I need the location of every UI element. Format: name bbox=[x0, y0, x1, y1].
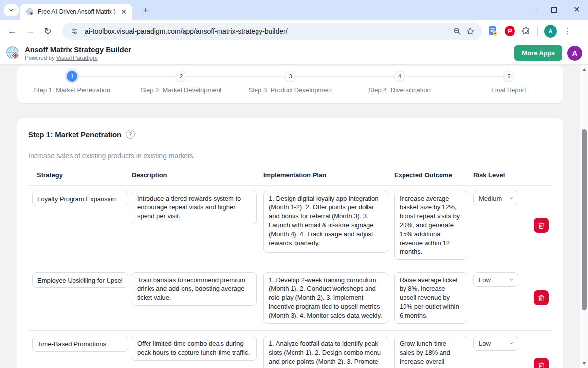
browser-titlebar: Free AI-Driven Ansoff Matrix St ✕ + ✕ bbox=[0, 0, 588, 20]
expected-outcome-textarea[interactable]: Raise average ticket by 8%, increase ups… bbox=[394, 272, 467, 324]
column-header-implementation-plan: Implementation Plan bbox=[263, 171, 394, 179]
browser-profile-avatar[interactable]: A bbox=[544, 25, 557, 38]
window-minimize-button[interactable] bbox=[520, 0, 543, 20]
trash-icon bbox=[538, 362, 545, 368]
implementation-plan-textarea[interactable]: 1. Develop 2-week training curriculum (M… bbox=[263, 272, 388, 324]
app-logo bbox=[6, 46, 20, 60]
trash-icon bbox=[538, 294, 545, 302]
section-title: Step 1: Market Penetration bbox=[28, 130, 121, 139]
column-header-expected-outcome: Expected Outcome bbox=[394, 171, 473, 179]
step1-card: Step 1: Market Penetration ? Increase sa… bbox=[17, 118, 563, 368]
pinterest-extension-icon[interactable]: P bbox=[505, 26, 515, 36]
description-textarea[interactable]: Offer limited-time combo deals during pe… bbox=[132, 336, 257, 361]
page-title: Ansoff Matrix Strategy Builder bbox=[25, 45, 131, 54]
strategy-input[interactable] bbox=[32, 272, 128, 288]
stepper-step-4[interactable]: 4 Step 4: Diversification bbox=[345, 71, 454, 94]
stepper-step-2[interactable]: 2 Step 2: Market Development bbox=[126, 71, 235, 94]
strategy-input[interactable] bbox=[32, 336, 128, 352]
site-settings-icon[interactable] bbox=[68, 25, 81, 38]
page-scrollbar[interactable] bbox=[580, 65, 588, 368]
description-textarea[interactable]: Train baristas to recommend premium drin… bbox=[132, 272, 257, 306]
browser-toolbar: ← → ↻ ai-toolbox.visual-paradigm.com/app… bbox=[0, 20, 588, 42]
section-subtitle: Increase sales of existing products in e… bbox=[28, 152, 552, 160]
toolbar-divider bbox=[537, 27, 538, 36]
stepper-step-5[interactable]: 5 Final Report bbox=[454, 71, 563, 94]
delete-row-button[interactable] bbox=[534, 218, 549, 233]
tab-title: Free AI-Driven Ansoff Matrix St bbox=[38, 8, 115, 15]
step-circle-4: 4 bbox=[394, 71, 405, 82]
close-icon: ✕ bbox=[573, 6, 580, 14]
scrollbar-up-arrow[interactable] bbox=[580, 66, 588, 74]
chevron-down-icon bbox=[8, 7, 14, 13]
window-maximize-button[interactable] bbox=[543, 0, 565, 20]
step-circle-2: 2 bbox=[176, 71, 186, 82]
table-row: Offer limited-time combo deals during pe… bbox=[28, 331, 552, 368]
step-circle-1: 1 bbox=[67, 71, 77, 82]
expected-outcome-textarea[interactable]: Increase average basket size by 12%, boo… bbox=[394, 191, 467, 260]
powered-by: Powered by Visual Paradigm bbox=[25, 55, 131, 61]
implementation-plan-textarea[interactable]: 1. Analyze footfall data to identify pea… bbox=[263, 336, 388, 368]
delete-row-button[interactable] bbox=[534, 290, 549, 305]
minimize-icon bbox=[528, 10, 534, 10]
address-bar[interactable]: ai-toolbox.visual-paradigm.com/app/ansof… bbox=[62, 23, 482, 40]
step-circle-3: 3 bbox=[285, 71, 295, 82]
strategy-input[interactable] bbox=[32, 191, 128, 206]
extensions-puzzle-icon[interactable] bbox=[521, 26, 531, 36]
table-header: Strategy Description Implementation Plan… bbox=[28, 171, 552, 186]
window-close-button[interactable]: ✕ bbox=[565, 0, 588, 20]
page-content: 1 Step 1: Market Penetration 2 Step 2: M… bbox=[0, 65, 588, 368]
scrollbar-thumb[interactable] bbox=[582, 129, 587, 310]
column-header-strategy: Strategy bbox=[28, 171, 132, 179]
chevron-down-icon bbox=[509, 277, 514, 282]
implementation-plan-textarea[interactable]: 1. Design digital loyalty app integratio… bbox=[263, 191, 388, 253]
zoom-out-icon[interactable] bbox=[451, 25, 464, 38]
user-avatar[interactable]: A bbox=[567, 46, 582, 61]
trash-icon bbox=[538, 222, 545, 229]
table-row: Introduce a tiered rewards system to enc… bbox=[28, 186, 552, 267]
risk-level-select[interactable]: Medium bbox=[473, 191, 518, 205]
risk-level-select[interactable]: Low bbox=[473, 272, 518, 287]
tab-search-button[interactable] bbox=[4, 4, 19, 16]
chevron-down-icon bbox=[509, 196, 514, 201]
chevron-down-icon bbox=[509, 341, 514, 346]
forward-button[interactable]: → bbox=[23, 24, 37, 39]
bookmark-star-icon[interactable] bbox=[464, 25, 477, 38]
maximize-icon bbox=[551, 7, 557, 13]
description-textarea[interactable]: Introduce a tiered rewards system to enc… bbox=[132, 191, 257, 224]
browser-menu-icon[interactable]: ⋮ bbox=[563, 27, 572, 36]
step-circle-5: 5 bbox=[503, 71, 514, 82]
docs-offline-icon[interactable] bbox=[488, 26, 498, 36]
help-icon[interactable]: ? bbox=[126, 130, 135, 139]
delete-row-button[interactable] bbox=[534, 358, 549, 368]
more-apps-button[interactable]: More Apps bbox=[514, 45, 562, 61]
scrollbar-down-arrow[interactable] bbox=[580, 359, 588, 367]
stepper-card: 1 Step 1: Market Penetration 2 Step 2: M… bbox=[17, 66, 563, 103]
app-header: Ansoff Matrix Strategy Builder Powered b… bbox=[0, 42, 588, 65]
tab-close-icon[interactable]: ✕ bbox=[119, 7, 128, 16]
column-header-risk-level: Risk Level bbox=[473, 171, 530, 179]
reload-button[interactable]: ↻ bbox=[40, 24, 55, 39]
table-row: Train baristas to recommend premium drin… bbox=[28, 267, 552, 331]
expected-outcome-textarea[interactable]: Grow lunch-time sales by 18% and increas… bbox=[394, 336, 467, 368]
url-text: ai-toolbox.visual-paradigm.com/app/ansof… bbox=[85, 27, 288, 35]
back-button[interactable]: ← bbox=[5, 24, 20, 39]
visual-paradigm-link[interactable]: Visual Paradigm bbox=[56, 55, 98, 61]
stepper-step-3[interactable]: 3 Step 3: Product Development bbox=[236, 71, 345, 94]
browser-tab[interactable]: Free AI-Driven Ansoff Matrix St ✕ bbox=[20, 4, 132, 20]
site-favicon bbox=[26, 8, 34, 16]
risk-level-select[interactable]: Low bbox=[473, 336, 518, 351]
new-tab-button[interactable]: + bbox=[140, 5, 151, 16]
column-header-description: Description bbox=[132, 171, 263, 179]
stepper-step-1[interactable]: 1 Step 1: Market Penetration bbox=[17, 71, 126, 94]
